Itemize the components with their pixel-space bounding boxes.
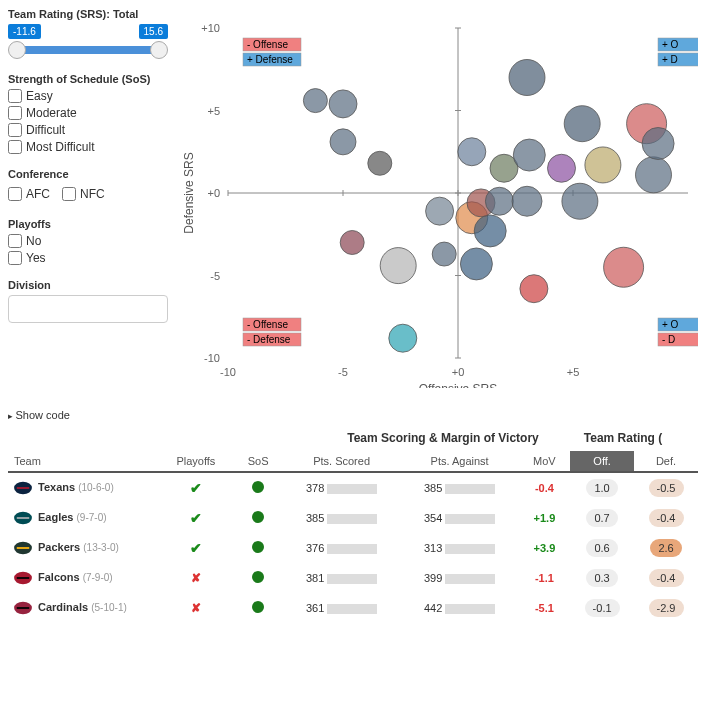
table-row[interactable]: Packers (13-3-0)✔376313+3.90.62.6 (8, 533, 698, 563)
svg-text:Offensive SRS: Offensive SRS (419, 382, 497, 388)
srs-slider[interactable] (8, 41, 168, 59)
svg-text:-5: -5 (338, 366, 348, 378)
svg-text:+10: +10 (201, 22, 220, 34)
chart-bubble[interactable] (340, 231, 364, 255)
srs-min-badge: -11.6 (8, 24, 41, 39)
chart-bubble[interactable] (474, 215, 506, 247)
section-header-scoring: Team Scoring & Margin of Victory (338, 431, 548, 445)
x-icon: ✘ (191, 601, 201, 615)
team-name: Eagles (38, 511, 73, 523)
table-row[interactable]: Falcons (7-9-0)✘381399-1.10.3-0.4 (8, 563, 698, 593)
chart-bubble[interactable] (509, 60, 545, 96)
pts-against-value: 354 (424, 512, 442, 524)
sos-dot (252, 601, 264, 613)
table-row[interactable]: Eagles (9-7-0)✔385354+1.90.7-0.4 (8, 503, 698, 533)
pts-against-value: 313 (424, 542, 442, 554)
pts-scored-value: 376 (306, 542, 324, 554)
mov-value: -1.1 (535, 572, 554, 584)
show-code-toggle[interactable]: Show code (8, 409, 698, 421)
chart-bubble[interactable] (485, 187, 513, 215)
srs-slider-handle-max[interactable] (150, 41, 168, 59)
table-row[interactable]: Texans (10-6-0)✔378385-0.41.0-0.5 (8, 472, 698, 503)
svg-text:+5: +5 (567, 366, 580, 378)
col-header-playoffs[interactable]: Playoffs (158, 451, 234, 472)
chart-bubble[interactable] (389, 324, 417, 352)
playoffs-checkbox-no[interactable] (8, 234, 22, 248)
svg-text:+ O: + O (662, 39, 679, 50)
srs-slider-label: Team Rating (SRS): Total (8, 8, 168, 20)
svg-text:+0: +0 (207, 187, 220, 199)
teams-table: TeamPlayoffsSoSPts. ScoredPts. AgainstMo… (8, 451, 698, 623)
mov-value: -0.4 (535, 482, 554, 494)
chart-bubble[interactable] (562, 183, 598, 219)
svg-text:- Offense: - Offense (247, 319, 288, 330)
pts-against-value: 399 (424, 572, 442, 584)
pts-against-value: 385 (424, 482, 442, 494)
svg-text:+ D: + D (662, 54, 678, 65)
chart-bubble[interactable] (458, 138, 486, 166)
sos-checkbox-label-most-difficult: Most Difficult (26, 140, 94, 154)
section-header-rating: Team Rating ( (548, 431, 698, 445)
chart-bubble[interactable] (432, 242, 456, 266)
playoffs-checkbox-yes[interactable] (8, 251, 22, 265)
team-record: (5-10-1) (91, 602, 127, 613)
chart-bubble[interactable] (520, 275, 548, 303)
chart-bubble[interactable] (585, 147, 621, 183)
chart-bubble[interactable] (426, 197, 454, 225)
sos-dot (252, 541, 264, 553)
col-header-pts_against[interactable]: Pts. Against (401, 451, 519, 472)
chart-bubble[interactable] (380, 248, 416, 284)
playoffs-label: Playoffs (8, 218, 168, 230)
sos-checkbox-moderate[interactable] (8, 106, 22, 120)
sos-checkbox-label-easy: Easy (26, 89, 53, 103)
team-name: Falcons (38, 571, 80, 583)
svg-text:- D: - D (662, 334, 675, 345)
playoffs-checkbox-label-yes: Yes (26, 251, 46, 265)
sos-checkbox-label-moderate: Moderate (26, 106, 77, 120)
team-record: (7-9-0) (83, 572, 113, 583)
conf-checkbox-nfc[interactable] (62, 187, 76, 201)
division-label: Division (8, 279, 168, 291)
chart-bubble[interactable] (548, 154, 576, 182)
chart-bubble[interactable] (604, 247, 644, 287)
scatter-chart[interactable]: -10-5+0+5-10-5+0+5+10Offensive SRSDefens… (178, 8, 698, 388)
off-pill: -0.1 (585, 599, 620, 617)
col-header-team[interactable]: Team (8, 451, 158, 472)
chart-bubble[interactable] (513, 139, 545, 171)
team-name: Packers (38, 541, 80, 553)
col-header-pts_scored[interactable]: Pts. Scored (283, 451, 401, 472)
off-pill: 0.3 (586, 569, 617, 587)
col-header-sos[interactable]: SoS (234, 451, 283, 472)
chart-bubble[interactable] (329, 90, 357, 118)
division-input[interactable] (8, 295, 168, 323)
def-pill: -0.4 (649, 509, 684, 527)
mov-value: +3.9 (534, 542, 556, 554)
srs-slider-handle-min[interactable] (8, 41, 26, 59)
mov-value: -5.1 (535, 602, 554, 614)
check-icon: ✔ (190, 510, 202, 526)
col-header-mov[interactable]: MoV (519, 451, 571, 472)
def-pill: -0.4 (649, 569, 684, 587)
chart-bubble[interactable] (303, 89, 327, 113)
chart-bubble[interactable] (330, 129, 356, 155)
team-name: Cardinals (38, 601, 88, 613)
chart-bubble[interactable] (564, 106, 600, 142)
def-pill: -0.5 (649, 479, 684, 497)
chart-bubble[interactable] (460, 248, 492, 280)
table-row[interactable]: Cardinals (5-10-1)✘361442-5.1-0.1-2.9 (8, 593, 698, 623)
chart-bubble[interactable] (512, 186, 542, 216)
sos-checkbox-difficult[interactable] (8, 123, 22, 137)
sos-checkbox-easy[interactable] (8, 89, 22, 103)
chart-bubble[interactable] (368, 151, 392, 175)
conf-checkbox-afc[interactable] (8, 187, 22, 201)
col-header-off[interactable]: Off. (570, 451, 634, 472)
sos-checkbox-most-difficult[interactable] (8, 140, 22, 154)
chart-bubble[interactable] (636, 157, 672, 193)
team-record: (10-6-0) (78, 482, 114, 493)
svg-text:- Defense: - Defense (247, 334, 291, 345)
chart-bubble[interactable] (642, 128, 674, 160)
col-header-def[interactable]: Def. (634, 451, 698, 472)
check-icon: ✔ (190, 540, 202, 556)
srs-max-badge: 15.6 (139, 24, 168, 39)
off-pill: 0.6 (586, 539, 617, 557)
